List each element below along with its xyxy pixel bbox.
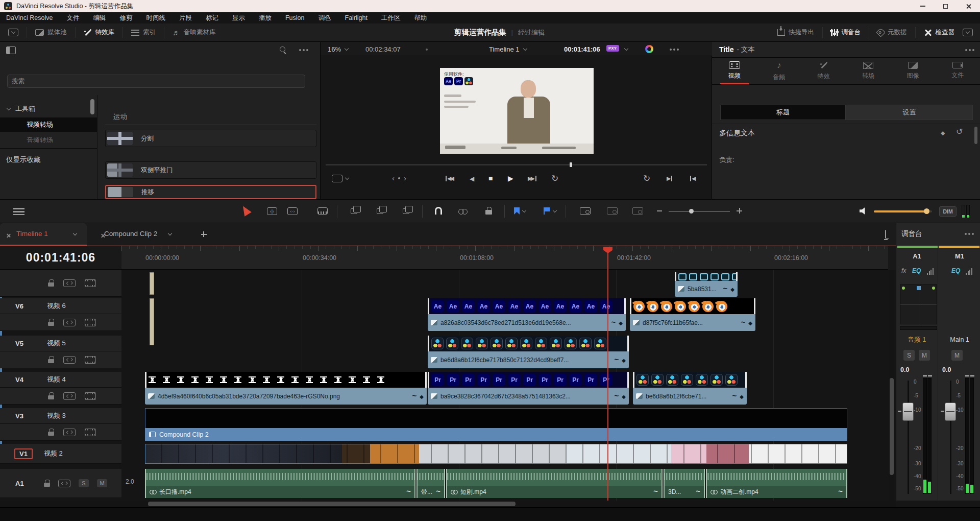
zoom-in-button[interactable] [737, 208, 742, 214]
clip-v4-resolve[interactable]: be6d8a6b12f6cbe71... [633, 388, 747, 405]
timeline-tab-label[interactable]: Timeline 1 [16, 230, 48, 238]
menu-trim[interactable]: 修剪 [119, 14, 132, 22]
scrollbar-thumb[interactable] [90, 99, 94, 114]
viewer-scrub-bar[interactable] [326, 164, 707, 165]
tab-video[interactable]: 视频 [712, 57, 757, 84]
tab-audio[interactable]: 音频 [757, 57, 802, 84]
close-tab-icon[interactable] [6, 233, 11, 238]
compound-clip-tab-label[interactable]: Compound Clip 2 [104, 230, 157, 238]
clip-thumbnails[interactable] [630, 298, 755, 314]
replace-clip-button[interactable] [403, 208, 409, 214]
clip-thumbnails[interactable] [428, 336, 629, 351]
mute-button[interactable]: M [97, 479, 107, 487]
timeline-view-icon[interactable] [13, 208, 24, 215]
track-header-v6[interactable]: V6视频 6 [0, 298, 121, 314]
scrollbar-thumb[interactable] [890, 378, 894, 475]
eq-button[interactable]: EQ [912, 267, 921, 274]
maximize-button[interactable] [934, 0, 957, 12]
media-pool-button[interactable]: 媒体池 [35, 28, 67, 37]
clip-v6-ae[interactable]: a826a8c03543d6c78ed271d513e6dd19e568e... [428, 314, 626, 331]
inspector-button[interactable]: 检查器 [924, 28, 955, 37]
loop-playback-icon[interactable] [643, 173, 650, 184]
eq-button[interactable]: EQ [951, 267, 960, 274]
track-header-v1[interactable]: V1 视频 2 [0, 444, 121, 464]
enable-track-icon[interactable] [85, 279, 96, 287]
toolbox-group[interactable]: 工具箱 [7, 104, 35, 113]
proxy-badge[interactable]: PXY [606, 45, 619, 52]
clip-v4-png[interactable]: 4d5ef9a460f640b6c05ab31bde3720a72097bade… [145, 388, 427, 405]
clip-v4-premiere[interactable]: ba9ce3828c367042d67b2348a5751481363c2... [428, 388, 629, 405]
panel-select-icon[interactable] [8, 29, 18, 36]
favorites-toggle[interactable]: 仅显示收藏 [6, 155, 41, 164]
clip-5ba8531[interactable]: 5ba8531... [675, 281, 738, 297]
enable-track-icon[interactable] [85, 429, 96, 436]
custom-zoom-toggle[interactable] [580, 207, 591, 215]
clip-sliver[interactable] [150, 298, 154, 345]
inspector-options-icon[interactable] [965, 49, 967, 51]
viewer-options-icon[interactable] [670, 49, 672, 51]
tab-dropdown-icon[interactable] [168, 231, 172, 235]
enable-track-icon[interactable] [85, 319, 96, 326]
tab-image[interactable]: 图像 [891, 57, 936, 84]
menu-file[interactable]: 文件 [66, 14, 79, 22]
viewer-scrub-handle[interactable] [570, 162, 572, 167]
overwrite-clip-button[interactable] [377, 208, 383, 214]
menu-workspace[interactable]: 工作区 [381, 14, 401, 22]
enable-track-icon[interactable] [85, 392, 96, 400]
razor-tool[interactable] [317, 207, 328, 215]
panel-options-icon[interactable] [963, 29, 973, 36]
next-marker-icon[interactable] [667, 175, 672, 182]
sound-library-button[interactable]: 音响素材库 [173, 28, 216, 37]
position-lock-toggle[interactable] [485, 206, 492, 215]
menu-mark[interactable]: 标记 [206, 14, 218, 22]
audio-clip[interactable]: 带... [416, 469, 445, 498]
safe-area-select[interactable] [332, 175, 349, 182]
timeline-horizontal-scrollbar[interactable] [0, 501, 896, 507]
solo-button[interactable]: S [903, 350, 915, 361]
mixer-options-icon[interactable] [965, 233, 967, 235]
timeline-select[interactable]: Timeline 1 [489, 45, 527, 53]
compound-clip-video[interactable] [145, 408, 847, 428]
menu-view[interactable]: 显示 [232, 14, 245, 22]
track-header-v4[interactable]: V4视频 4 [0, 372, 121, 388]
fader-handle-a1[interactable] [902, 402, 914, 421]
menu-davinci-resolve[interactable]: DaVinci Resolve [6, 14, 53, 21]
mute-audio-button[interactable] [860, 207, 868, 215]
volume-slider-handle[interactable] [924, 208, 929, 214]
selection-tool[interactable] [241, 205, 250, 215]
flag-button[interactable] [544, 207, 556, 215]
menu-help[interactable]: 帮助 [414, 14, 427, 22]
lock-icon[interactable] [48, 432, 54, 436]
track-header-v3[interactable]: V3视频 3 [0, 408, 121, 424]
clip-thumbnails[interactable] [675, 272, 738, 281]
minimize-button[interactable] [911, 0, 934, 12]
menu-color[interactable]: 调色 [318, 14, 331, 22]
audio-clip[interactable]: 动画二创.mp4 [706, 469, 847, 498]
clip-v6-blender[interactable]: d87f5c76fc11b65fae... [630, 314, 755, 331]
index-button[interactable]: 索引 [131, 28, 156, 37]
tab-file[interactable]: 文件 [936, 57, 980, 84]
detail-zoom-toggle[interactable] [607, 207, 618, 215]
full-extent-zoom-toggle[interactable] [632, 207, 643, 215]
effects-library-button[interactable]: 特效库 [84, 28, 115, 37]
mute-button[interactable]: M [951, 350, 963, 361]
trim-edit-tool[interactable]: ‹|› [267, 207, 277, 215]
more-options-icon[interactable] [299, 49, 301, 51]
snapping-toggle[interactable] [435, 207, 442, 215]
transition-item-barn-door[interactable]: 双侧平推门 [105, 161, 316, 179]
stop-button[interactable] [488, 174, 493, 182]
lock-icon[interactable] [48, 322, 54, 326]
zoom-slider-handle[interactable] [689, 209, 694, 214]
clip-thumbnails[interactable]: AeAeAeAeAeAeAeAeAeAeAeAe [428, 298, 626, 314]
loop-button[interactable] [551, 173, 558, 184]
auto-select-icon[interactable] [63, 429, 76, 436]
lock-icon[interactable] [48, 359, 54, 363]
clip-thumbnails[interactable] [633, 372, 747, 388]
tab-transition[interactable]: 转场 [846, 57, 891, 84]
menu-clip[interactable]: 片段 [179, 14, 192, 22]
menu-edit[interactable]: 编辑 [93, 14, 106, 22]
filmstrip-clips[interactable] [145, 444, 847, 464]
subtab-settings[interactable]: 设置 [846, 105, 973, 120]
channel-label-a1[interactable]: A1 [896, 248, 938, 264]
compound-clip-bar[interactable]: Compound Clip 2 [145, 428, 847, 441]
